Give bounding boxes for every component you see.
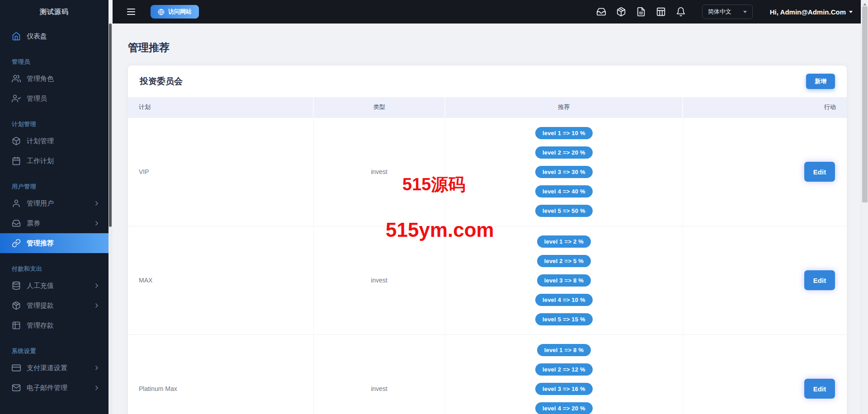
- sidebar-item-label: 电子邮件管理: [27, 384, 67, 392]
- table-row: Platinum Maxinvestlevel 1 => 8 %level 2 …: [128, 334, 847, 414]
- grid-icon: [12, 321, 21, 330]
- sidebar-item-label: 管理角色: [27, 75, 54, 83]
- sidebar-item-admins[interactable]: 管理员: [0, 89, 108, 108]
- visit-site-label: 访问网站: [168, 8, 192, 16]
- sidebar-item-manage-referrals[interactable]: 管理推荐: [0, 233, 108, 253]
- referral-cell: level 1 => 10 %level 2 => 20 %level 3 =>…: [445, 118, 683, 226]
- topbar: 访问网站 简体中文 Hi, Admin@Admin.Com: [113, 0, 868, 24]
- sidebar-item-label: 管理员: [27, 94, 47, 103]
- sidebar-item-manage-roles[interactable]: 管理角色: [0, 69, 108, 89]
- chevron-right-icon: [93, 364, 100, 372]
- user-check-icon: [12, 94, 21, 103]
- chevron-right-icon: [93, 384, 100, 391]
- add-button[interactable]: 新增: [806, 74, 835, 89]
- sidebar-item-email-management[interactable]: 电子邮件管理: [0, 378, 108, 398]
- scroll-up-arrow-icon[interactable]: [863, 3, 867, 5]
- chevron-right-icon: [93, 220, 100, 227]
- plan-cell: MAX: [128, 226, 313, 334]
- visit-site-button[interactable]: 访问网站: [151, 5, 199, 19]
- chevron-right-icon: [93, 200, 100, 207]
- package-icon[interactable]: [616, 7, 626, 17]
- plan-cell: Platinum Max: [128, 334, 313, 414]
- edit-button[interactable]: Edit: [804, 162, 835, 182]
- referral-cell: level 1 => 2 %level 2 => 5 %level 3 => 8…: [445, 226, 683, 334]
- level-badge: level 3 => 8 %: [537, 274, 591, 287]
- level-badge: level 4 => 10 %: [535, 294, 593, 306]
- file-icon[interactable]: [636, 7, 646, 17]
- type-cell: invest: [313, 334, 445, 414]
- page-scrollbar[interactable]: [861, 0, 868, 414]
- user-icon: [12, 199, 21, 208]
- page-scrollbar-thumb[interactable]: [862, 6, 868, 202]
- sidebar-item-payment-channel-settings[interactable]: 支付渠道设置: [0, 358, 108, 378]
- action-cell: Edit: [683, 118, 847, 226]
- globe-icon: [158, 9, 165, 15]
- plans-card: 投资委员会 新增 计划类型推荐行动 VIPinvestlevel 1 => 10…: [128, 66, 847, 414]
- brand-title: 测试源码: [0, 0, 108, 24]
- user-menu[interactable]: Hi, Admin@Admin.Com: [770, 8, 853, 16]
- sidebar-item-tickets[interactable]: 票券: [0, 213, 108, 233]
- level-badge: level 5 => 50 %: [535, 205, 593, 217]
- nav-section-label: 付款和支出: [0, 265, 108, 273]
- nav-section-label: 计划管理: [0, 120, 108, 128]
- chevron-right-icon: [93, 282, 100, 289]
- user-name: Hi, Admin@Admin.Com: [770, 8, 846, 16]
- level-badge: level 3 => 16 %: [535, 383, 593, 395]
- type-cell: invest: [313, 118, 445, 226]
- edit-button[interactable]: Edit: [804, 270, 835, 290]
- main-area: 访问网站 简体中文 Hi, Admin@Admin.Com 管理推荐 投资委员会…: [113, 0, 868, 414]
- table-row: MAXinvestlevel 1 => 2 %level 2 => 5 %lev…: [128, 226, 847, 334]
- edit-button[interactable]: Edit: [804, 379, 835, 399]
- level-badge: level 1 => 8 %: [537, 344, 591, 356]
- language-value: 简体中文: [708, 8, 731, 16]
- plan-cell: VIP: [128, 118, 313, 226]
- sidebar-item-dashboard[interactable]: 仪表盘: [0, 26, 108, 46]
- sidebar-item-label: 管理存款: [27, 321, 54, 330]
- content: 管理推荐 投资委员会 新增 计划类型推荐行动 VIPinvestlevel 1 …: [113, 41, 868, 414]
- menu-toggle-icon[interactable]: [127, 7, 135, 17]
- home-icon: [12, 32, 21, 41]
- database-icon: [12, 281, 21, 290]
- card-header: 投资委员会 新增: [128, 66, 847, 97]
- sidebar-item-work-plan[interactable]: 工作计划: [0, 151, 108, 171]
- sidebar-item-label: 仪表盘: [27, 32, 47, 41]
- sidebar-item-label: 计划管理: [27, 137, 54, 146]
- sidebar-item-plan-management[interactable]: 计划管理: [0, 131, 108, 151]
- table-icon[interactable]: [656, 7, 666, 17]
- users-icon: [12, 74, 21, 83]
- sidebar-item-manage-deposits[interactable]: 管理存款: [0, 315, 108, 335]
- level-badge: level 2 => 5 %: [537, 255, 591, 267]
- sidebar-scrollbar-thumb[interactable]: [109, 24, 112, 227]
- credit-card-icon: [12, 363, 21, 372]
- type-cell: invest: [313, 226, 445, 334]
- sidebar-nav: 仪表盘管理员管理角色管理员计划管理计划管理工作计划用户管理管理用户票券管理推荐付…: [0, 24, 108, 398]
- inbox-icon[interactable]: [596, 7, 606, 17]
- nav-section-label: 用户管理: [0, 183, 108, 191]
- table-header-referral: 推荐: [445, 97, 683, 118]
- bell-icon[interactable]: [676, 7, 686, 17]
- sidebar-item-label: 管理提款: [27, 301, 54, 310]
- topbar-right: 简体中文 Hi, Admin@Admin.Com: [596, 5, 853, 19]
- action-cell: Edit: [683, 226, 847, 334]
- sidebar-item-label: 管理用户: [27, 199, 54, 208]
- sidebar: 测试源码 仪表盘管理员管理角色管理员计划管理计划管理工作计划用户管理管理用户票券…: [0, 0, 108, 414]
- table-header-plan: 计划: [128, 97, 313, 118]
- nav-section-label: 系统设置: [0, 347, 108, 355]
- referral-cell: level 1 => 8 %level 2 => 12 %level 3 => …: [445, 334, 683, 414]
- language-select[interactable]: 简体中文: [702, 5, 753, 19]
- sidebar-item-label: 工作计划: [27, 157, 54, 165]
- table-header-action: 行动: [683, 97, 847, 118]
- table-header-type: 类型: [313, 97, 445, 118]
- sidebar-item-manual-recharge[interactable]: 人工充值: [0, 276, 108, 296]
- calendar-icon: [12, 156, 21, 165]
- sidebar-item-label: 支付渠道设置: [27, 364, 67, 372]
- link-icon: [12, 239, 21, 248]
- level-badge: level 2 => 20 %: [535, 146, 593, 159]
- nav-section-label: 管理员: [0, 58, 108, 66]
- action-cell: Edit: [683, 334, 847, 414]
- sidebar-scrollbar[interactable]: [108, 24, 113, 414]
- page-title: 管理推荐: [128, 41, 847, 55]
- mail-icon: [12, 383, 21, 392]
- sidebar-item-manage-users[interactable]: 管理用户: [0, 193, 108, 213]
- sidebar-item-manage-withdrawals[interactable]: 管理提款: [0, 296, 108, 315]
